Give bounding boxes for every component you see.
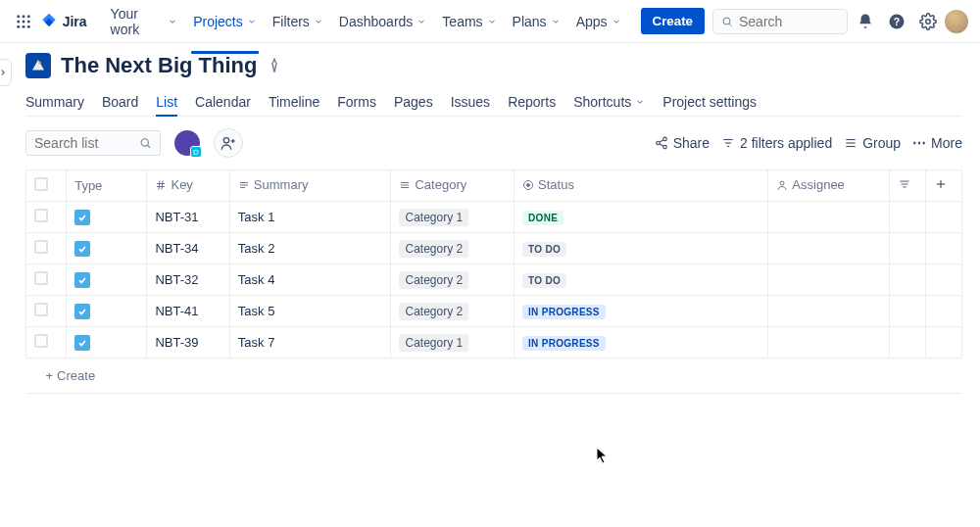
status-pill[interactable]: TO DO (522, 242, 566, 257)
create-button[interactable]: Create (641, 8, 706, 34)
issue-key[interactable]: NBT-41 (147, 296, 229, 327)
tab-reports[interactable]: Reports (508, 88, 556, 116)
table-row[interactable]: NBT-41Task 5Category 2IN PROGRESS (26, 296, 962, 327)
category-pill[interactable]: Category 2 (399, 271, 468, 289)
issue-summary[interactable]: Task 2 (229, 233, 391, 264)
issue-key[interactable]: NBT-34 (147, 233, 229, 264)
category-pill[interactable]: Category 2 (399, 303, 468, 320)
col-category[interactable]: Category (391, 170, 514, 202)
more-button[interactable]: More (912, 135, 962, 151)
nav-item-projects[interactable]: Projects (185, 0, 265, 43)
nav-item-plans[interactable]: Plans (505, 0, 568, 43)
add-people-button[interactable] (214, 128, 243, 158)
select-all-checkbox[interactable] (34, 177, 48, 191)
row-actions[interactable] (889, 327, 925, 359)
search-icon (721, 15, 733, 28)
table-row[interactable]: NBT-32Task 4Category 2TO DO (26, 264, 962, 296)
issue-key[interactable]: NBT-31 (147, 202, 229, 233)
app-switcher-icon[interactable] (12, 10, 35, 33)
col-add[interactable] (925, 170, 961, 202)
col-summary[interactable]: Summary (229, 170, 391, 202)
user-avatar[interactable] (945, 10, 968, 33)
tab-board[interactable]: Board (102, 88, 138, 116)
nav-item-your-work[interactable]: Your work (103, 0, 186, 43)
nav-item-filters[interactable]: Filters (265, 0, 331, 43)
issue-summary[interactable]: Task 5 (229, 296, 391, 327)
row-checkbox[interactable] (34, 271, 48, 285)
status-pill[interactable]: TO DO (522, 273, 566, 288)
filters-applied[interactable]: 2 filters applied (721, 135, 832, 151)
tab-issues[interactable]: Issues (451, 88, 490, 116)
person-icon (776, 179, 788, 191)
tab-pages[interactable]: Pages (394, 88, 433, 116)
issue-key[interactable]: NBT-32 (147, 264, 229, 296)
table-row[interactable]: NBT-34Task 2Category 2TO DO (26, 233, 962, 264)
row-checkbox[interactable] (34, 334, 48, 348)
nav-item-dashboards[interactable]: Dashboards (331, 0, 435, 43)
issue-list-table: Type Key Summary Category Status Assigne… (25, 169, 962, 394)
issue-key[interactable]: NBT-39 (147, 327, 229, 359)
col-sort[interactable] (889, 170, 925, 202)
row-actions[interactable] (889, 296, 925, 327)
tab-list[interactable]: List (156, 88, 177, 116)
help-icon[interactable]: ? (883, 8, 910, 35)
status-pill[interactable]: IN PROGRESS (522, 336, 606, 351)
member-avatar[interactable]: D (172, 128, 202, 158)
global-search[interactable] (712, 9, 848, 34)
category-pill[interactable]: Category 1 (399, 209, 468, 226)
row-actions[interactable] (889, 264, 925, 296)
category-pill[interactable]: Category 1 (399, 334, 468, 352)
row-expand[interactable] (925, 327, 961, 359)
row-expand[interactable] (925, 296, 961, 327)
row-actions[interactable] (889, 202, 925, 233)
svg-point-7 (22, 24, 24, 27)
sort-icon (898, 177, 911, 191)
settings-icon[interactable] (914, 8, 942, 35)
tab-calendar[interactable]: Calendar (195, 88, 251, 116)
search-list-input[interactable] (34, 135, 139, 151)
jira-logo[interactable]: Jira (39, 12, 87, 31)
row-checkbox[interactable] (34, 303, 48, 316)
issue-summary[interactable]: Task 1 (229, 202, 391, 233)
table-row[interactable]: NBT-31Task 1Category 1DONE (26, 202, 962, 233)
tab-timeline[interactable]: Timeline (269, 88, 319, 116)
svg-point-21 (656, 141, 660, 145)
row-expand[interactable] (925, 202, 961, 233)
row-expand[interactable] (925, 264, 961, 296)
group-button[interactable]: Group (844, 135, 901, 151)
row-checkbox[interactable] (34, 240, 48, 254)
global-search-input[interactable] (739, 14, 839, 29)
issue-summary[interactable]: Task 7 (229, 327, 391, 359)
row-expand[interactable] (925, 233, 961, 264)
share-button[interactable]: Share (655, 135, 710, 151)
col-status[interactable]: Status (514, 170, 768, 202)
assignee-cell[interactable] (768, 233, 889, 264)
col-key[interactable]: Key (147, 170, 229, 202)
category-pill[interactable]: Category 2 (399, 240, 468, 258)
search-list[interactable] (25, 130, 161, 156)
assignee-cell[interactable] (768, 264, 889, 296)
notifications-icon[interactable] (852, 8, 879, 35)
tab-shortcuts[interactable]: Shortcuts (573, 88, 645, 116)
issue-summary[interactable]: Task 4 (229, 264, 391, 296)
assignee-cell[interactable] (768, 296, 889, 327)
tab-project-settings[interactable]: Project settings (662, 88, 757, 116)
status-pill[interactable]: IN PROGRESS (522, 305, 606, 319)
assignee-cell[interactable] (768, 202, 889, 233)
project-quick-action-icon[interactable] (267, 58, 282, 73)
avatar-stack[interactable]: D (172, 128, 202, 158)
tab-summary[interactable]: Summary (25, 88, 84, 116)
nav-item-teams[interactable]: Teams (434, 0, 504, 43)
tab-forms[interactable]: Forms (337, 88, 376, 116)
nav-item-apps[interactable]: Apps (568, 0, 629, 43)
col-type[interactable]: Type (67, 170, 147, 202)
col-select[interactable] (26, 170, 67, 202)
assignee-cell[interactable] (768, 327, 889, 359)
col-assignee[interactable]: Assignee (768, 170, 889, 202)
status-pill[interactable]: DONE (522, 211, 564, 225)
row-checkbox[interactable] (34, 209, 48, 222)
row-actions[interactable] (889, 233, 925, 264)
sidebar-toggle[interactable] (0, 59, 12, 86)
create-row[interactable]: +Create (26, 359, 962, 394)
table-row[interactable]: NBT-39Task 7Category 1IN PROGRESS (26, 327, 962, 359)
